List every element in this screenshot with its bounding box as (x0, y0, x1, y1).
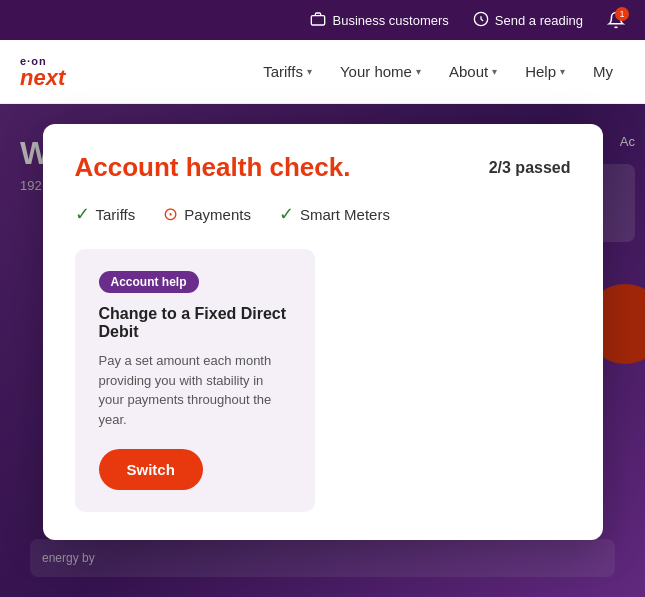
about-chevron-icon: ▾ (492, 66, 497, 77)
business-customers-link[interactable]: Business customers (310, 11, 448, 30)
account-help-tag: Account help (99, 271, 199, 293)
help-label: Help (525, 63, 556, 80)
check-payments: ⊙ Payments (163, 203, 251, 225)
notifications-link[interactable]: 1 (607, 11, 625, 29)
tariffs-label: Tariffs (263, 63, 303, 80)
send-reading-link[interactable]: Send a reading (473, 11, 583, 30)
my-label: My (593, 63, 613, 80)
passed-badge: 2/3 passed (489, 159, 571, 177)
check-payments-label: Payments (184, 206, 251, 223)
help-card-desc: Pay a set amount each month providing yo… (99, 351, 291, 429)
check-smart-meters-label: Smart Meters (300, 206, 390, 223)
smart-meters-check-pass-icon: ✓ (279, 203, 294, 225)
your-home-chevron-icon: ▾ (416, 66, 421, 77)
health-checks-list: ✓ Tariffs ⊙ Payments ✓ Smart Meters (75, 203, 571, 225)
help-chevron-icon: ▾ (560, 66, 565, 77)
check-tariffs-label: Tariffs (96, 206, 136, 223)
modal-title: Account health check. (75, 152, 351, 183)
nav-your-home[interactable]: Your home ▾ (328, 55, 433, 88)
logo-next-text: next (20, 67, 65, 89)
about-label: About (449, 63, 488, 80)
account-help-card: Account help Change to a Fixed Direct De… (75, 249, 315, 512)
logo[interactable]: e·on next (20, 55, 65, 89)
tariffs-check-pass-icon: ✓ (75, 203, 90, 225)
nav-items: Tariffs ▾ Your home ▾ About ▾ Help ▾ My (251, 55, 625, 88)
briefcase-icon (310, 11, 326, 30)
check-tariffs: ✓ Tariffs (75, 203, 136, 225)
send-reading-label: Send a reading (495, 13, 583, 28)
utility-bar: Business customers Send a reading 1 (0, 0, 645, 40)
check-smart-meters: ✓ Smart Meters (279, 203, 390, 225)
payments-check-warn-icon: ⊙ (163, 203, 178, 225)
notification-icon: 1 (607, 11, 625, 29)
business-customers-label: Business customers (332, 13, 448, 28)
your-home-label: Your home (340, 63, 412, 80)
main-nav: e·on next Tariffs ▾ Your home ▾ About ▾ … (0, 40, 645, 104)
help-card-title: Change to a Fixed Direct Debit (99, 305, 291, 341)
health-check-modal: Account health check. 2/3 passed ✓ Tarif… (43, 124, 603, 540)
nav-my[interactable]: My (581, 55, 625, 88)
modal-header: Account health check. 2/3 passed (75, 152, 571, 183)
nav-help[interactable]: Help ▾ (513, 55, 577, 88)
switch-button[interactable]: Switch (99, 449, 203, 490)
nav-about[interactable]: About ▾ (437, 55, 509, 88)
modal-overlay: Account health check. 2/3 passed ✓ Tarif… (0, 104, 645, 597)
svg-rect-0 (312, 15, 325, 24)
tariffs-chevron-icon: ▾ (307, 66, 312, 77)
notification-count: 1 (615, 7, 629, 21)
meter-icon (473, 11, 489, 30)
nav-tariffs[interactable]: Tariffs ▾ (251, 55, 324, 88)
